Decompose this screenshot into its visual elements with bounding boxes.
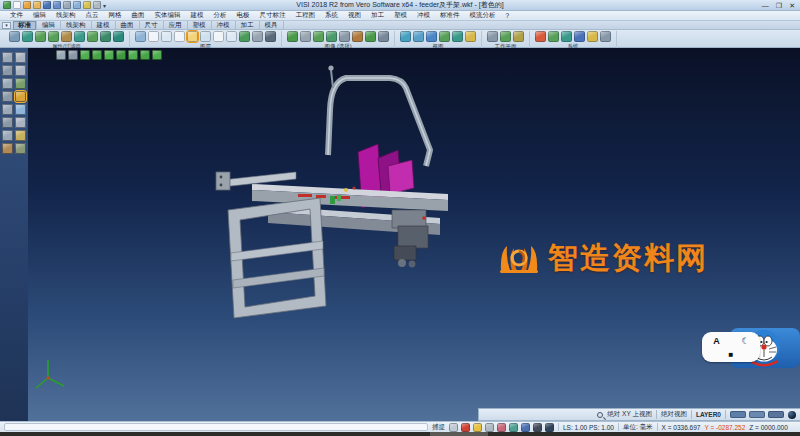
command-prompt-field[interactable] [4,423,428,431]
tab-die[interactable]: 冲模 [212,21,236,30]
minimize-button[interactable]: — [762,2,769,9]
menu-item[interactable]: 系统 [320,11,343,20]
menu-item[interactable]: 线架构 [51,11,81,20]
menu-item[interactable]: 加工 [366,11,389,20]
chamfer-tool-icon[interactable] [2,130,13,141]
view-name-label[interactable]: 绝对视图 [661,410,687,419]
close-button[interactable]: ✕ [789,2,795,9]
layer-all-icon[interactable] [265,31,276,42]
tab-edit[interactable]: 编辑 [37,21,61,30]
view-mode-label[interactable]: 绝对 XY 上视图 [607,410,652,419]
menu-item[interactable]: 网格 [104,11,127,20]
filter-reset-icon[interactable] [113,31,124,42]
color-swatch-1[interactable] [730,411,746,418]
layer-move-icon[interactable] [174,31,185,42]
menu-item[interactable]: 工程图 [291,11,321,20]
selection-filter-icon[interactable] [74,31,85,42]
menu-item[interactable]: 尺寸标注 [255,11,291,20]
menu-item[interactable]: 建模 [186,11,209,20]
grid-display-icon[interactable] [545,423,554,432]
move-tool-icon[interactable] [2,65,13,76]
extend-tool-icon[interactable] [15,104,26,115]
color-filter-icon[interactable] [35,31,46,42]
group-tool-icon[interactable] [2,143,13,154]
taskbar-button[interactable] [430,432,488,436]
trim-tool-icon[interactable] [2,104,13,115]
status-sphere-icon[interactable] [788,411,796,419]
system-info-icon[interactable] [600,31,611,42]
highlight-tool-icon[interactable] [15,91,26,102]
menu-item[interactable]: ? [501,12,515,19]
workplane-align-icon[interactable] [500,31,511,42]
maximize-button[interactable]: ❐ [776,2,782,9]
color-swatch-3[interactable] [768,411,784,418]
visibility-filter-icon[interactable] [87,31,98,42]
menu-item[interactable]: 分析 [209,11,232,20]
explode-tool-icon[interactable] [15,143,26,154]
layer-hide-icon[interactable] [213,31,224,42]
shade-selection-icon[interactable] [365,31,376,42]
ortho-toggle-icon[interactable] [461,423,470,432]
shade-wire-icon[interactable] [300,31,311,42]
tab-machining[interactable]: 加工 [236,21,260,30]
select-tool-icon[interactable] [2,52,13,63]
menu-item[interactable]: 点云 [81,11,104,20]
menu-item[interactable]: 视图 [343,11,366,20]
tab-apply[interactable]: 应用 [164,21,188,30]
tab-surface[interactable]: 曲面 [116,21,140,30]
3d-model-viewport[interactable]: 智造资料网 A ☾ [28,48,800,421]
system-macro-icon[interactable] [587,31,598,42]
system-snap-icon[interactable] [561,31,572,42]
tab-dimension[interactable]: 尺寸 [140,21,164,30]
attribute-copy-icon[interactable] [22,31,33,42]
view-pan-icon[interactable] [452,31,463,42]
menu-item[interactable]: 冲模 [412,11,435,20]
workplane-set-icon[interactable] [487,31,498,42]
element-filter-icon[interactable] [48,31,59,42]
color-swatch-2[interactable] [749,411,765,418]
shade-edges-icon[interactable] [339,31,350,42]
attribute-edit-icon[interactable] [9,31,20,42]
layer-copy-icon[interactable] [161,31,172,42]
mask-filter-icon[interactable] [100,31,111,42]
mirror-tool-icon[interactable] [2,78,13,89]
grid-toggle-icon[interactable] [473,423,482,432]
menu-item[interactable]: 文件 [5,11,28,20]
render-mode-icon[interactable] [352,31,363,42]
shade-hidden-icon[interactable] [313,31,324,42]
view-iso-icon[interactable] [465,31,476,42]
tab-standard[interactable]: 标准 [13,21,37,30]
refresh-view-icon[interactable] [533,423,542,432]
tab-mould[interactable]: 塑模 [188,21,212,30]
toolbar-dropdown-button[interactable]: ▾ [2,22,11,29]
layer-freeze-icon[interactable] [226,31,237,42]
depth-toggle-icon[interactable] [509,423,518,432]
tab-wireframe[interactable]: 线架构 [61,21,92,30]
rotate-tool-icon[interactable] [15,65,26,76]
workplane-reset-icon[interactable] [513,31,524,42]
axis-toggle-icon[interactable] [485,423,494,432]
plane-toggle-icon[interactable] [497,423,506,432]
offset-tool-icon[interactable] [2,117,13,128]
layer-new-icon[interactable] [148,31,159,42]
measure-tool-icon[interactable] [15,130,26,141]
menu-item[interactable]: 曲面 [127,11,150,20]
system-grid-icon[interactable] [548,31,559,42]
menu-item[interactable]: 电极 [232,11,255,20]
system-units-icon[interactable] [574,31,585,42]
zoom-previous-icon[interactable] [426,31,437,42]
snap-toggle-icon[interactable] [449,423,458,432]
zoom-window-icon[interactable] [413,31,424,42]
shade-on-icon[interactable] [287,31,298,42]
menu-item[interactable]: 标准件 [435,11,465,20]
shade-box-icon[interactable] [378,31,389,42]
menu-item[interactable]: 实体编辑 [150,11,186,20]
copy-tool-icon[interactable] [2,91,13,102]
view-rotate-icon[interactable] [439,31,450,42]
shade-transparent-icon[interactable] [326,31,337,42]
wcs-toggle-icon[interactable] [521,423,530,432]
menu-item[interactable]: 模流分析 [465,11,501,20]
scale-tool-icon[interactable] [15,78,26,89]
tab-modeling[interactable]: 建模 [92,21,116,30]
zoom-all-icon[interactable] [400,31,411,42]
